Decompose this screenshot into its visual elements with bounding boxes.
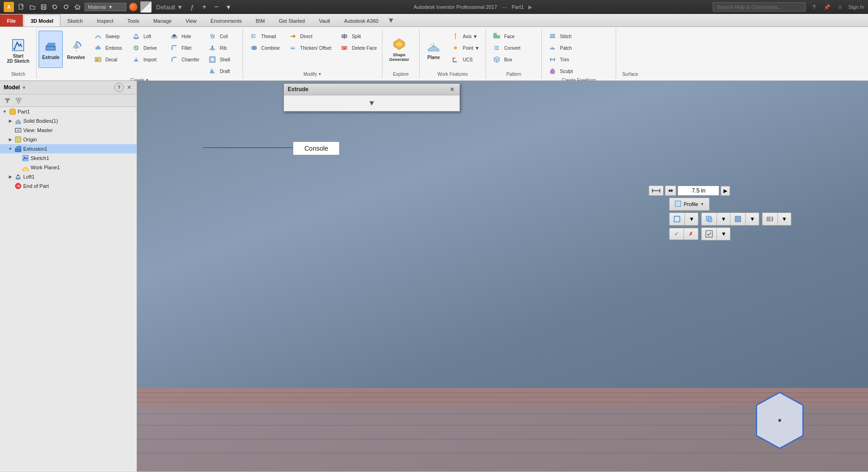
expand-solid[interactable]: ▶ [7,118,13,124]
combine-button[interactable]: Combine [245,42,283,53]
coil-button[interactable]: Coil [204,31,241,42]
save-button[interactable] [39,2,48,12]
tree-item-solid-bodies[interactable]: ▶ Solid Bodies(1) [0,116,137,126]
cancel-button[interactable]: ✗ [684,228,698,239]
new-button[interactable] [17,2,26,12]
shell-button[interactable]: Shell [204,54,241,65]
expand-loft1[interactable]: ▶ [7,174,13,179]
operation-dropdown[interactable]: ▼ [717,213,730,225]
shape-type-btn[interactable] [670,213,685,225]
tab-inspect[interactable]: Inspect [90,14,120,27]
box-button[interactable]: Box [488,54,525,65]
profile-button[interactable]: Profile ▼ [669,198,709,211]
emboss-button[interactable]: Emboss [89,42,126,53]
plus-button[interactable]: + [200,2,209,12]
tree-item-end-of-part[interactable]: ▶ End of Part [0,181,137,191]
ok-button[interactable]: ✓ [670,228,684,239]
fillet-button[interactable]: Fillet [165,42,203,53]
tab-bim[interactable]: BIM [249,14,272,27]
dialog-titlebar[interactable]: Extrude × [284,84,460,95]
delete-face-button[interactable]: Delete Face [335,42,380,53]
operation-btn[interactable] [702,213,717,225]
draft-button[interactable]: Draft [204,66,241,77]
open-button[interactable] [28,2,37,12]
plane-button[interactable]: Plane [421,31,446,68]
tab-vault[interactable]: Vault [312,14,337,27]
sidebar-close-button[interactable]: ✕ [125,84,133,91]
star-icon[interactable]: ☆ [835,2,845,12]
hole-button[interactable]: Hole [165,31,203,42]
tree-item-origin[interactable]: ▶ Origin [0,135,137,144]
viewport[interactable]: Extrude × ▼ Console [137,81,868,472]
patch-button[interactable]: Patch [544,42,581,53]
tab-environments[interactable]: Environments [204,14,249,27]
start-2d-sketch-button[interactable]: Start2D Sketch [4,32,33,69]
more-options-dropdown[interactable]: ▼ [717,228,730,240]
tab-get-started[interactable]: Get Started [272,14,312,27]
shape-generator-button[interactable]: ShapeGenerator [384,31,414,68]
redo-button[interactable] [61,2,71,12]
dim-mode-btn[interactable] [649,186,664,196]
more-button[interactable]: ▼ [224,2,233,12]
axis-button[interactable]: Axis ▼ [447,31,484,42]
expand-part1[interactable]: ▼ [2,109,7,114]
thread-button[interactable]: Thread [245,31,283,42]
tab-sketch[interactable]: Sketch [60,14,90,27]
sweep-button[interactable]: Sweep [89,31,126,42]
tab-3dmodel[interactable]: 3D Model [24,14,60,27]
tree-item-extrusion1[interactable]: ▼ Extrusion1 [0,144,137,153]
tree-item-loft1[interactable]: ▶ Loft1 [0,172,137,181]
settings-btn[interactable] [763,213,778,225]
tab-file[interactable]: File [0,14,23,27]
default-selector[interactable]: Default ▼ [154,4,185,11]
render-style-btn[interactable] [140,1,151,13]
tab-tools[interactable]: Tools [120,14,146,27]
filter-button[interactable] [3,96,12,105]
tree-item-sketch1[interactable]: ▶ Sketch1 [0,153,137,163]
model-dropdown-icon[interactable]: ▼ [22,85,26,90]
more-options-btn[interactable] [702,228,717,240]
color-swatch-1[interactable] [129,3,138,11]
expand-origin[interactable]: ▶ [7,137,13,142]
tab-manage[interactable]: Manage [146,14,179,27]
home-button[interactable] [72,2,82,12]
tab-autodesk-a360[interactable]: Autodesk A360 [337,14,385,27]
dim-direction-btn[interactable]: ⇔ [665,186,676,196]
split-button[interactable]: Split [335,31,380,42]
decal-button[interactable]: D Decal [89,54,126,65]
sidebar-help-button[interactable]: ? [114,83,124,92]
trim-button[interactable]: Trim [544,54,581,65]
formula-button[interactable]: ƒ [188,2,197,12]
tree-item-work-plane1[interactable]: ▶ Work Plane1 [0,163,137,172]
material-selector[interactable]: Material ▼ [85,3,126,11]
tab-view[interactable]: View [178,14,204,27]
stitch-button[interactable]: Stitch [544,31,581,42]
minus-button[interactable]: − [212,2,221,12]
dialog-close-button[interactable]: × [448,86,456,93]
shape-type-dropdown[interactable]: ▼ [685,213,698,225]
dim-next-btn[interactable]: ▶ [721,186,730,196]
loft-button[interactable]: Loft [127,31,164,42]
settings-dropdown[interactable]: ▼ [778,213,791,225]
expand-extrusion1[interactable]: ▼ [7,146,13,152]
search-input[interactable] [713,2,806,12]
undo-button[interactable] [50,2,59,12]
extrude-button[interactable]: Extrude [39,31,63,68]
ucs-button[interactable]: UCS [447,54,484,65]
sculpt-button[interactable]: Sculpt [544,66,581,77]
output-dropdown[interactable]: ▼ [746,213,759,225]
thicken-button[interactable]: Thicken/ Offset [284,42,335,53]
tree-item-view-master[interactable]: ▶ View: Master [0,126,137,135]
chamfer-button[interactable]: Chamfer [165,54,203,65]
convert-button[interactable]: Convert [488,42,525,53]
pin-icon[interactable]: 📌 [822,2,832,12]
tree-item-part1[interactable]: ▼ Part1 [0,107,137,116]
direct-button[interactable]: Direct [284,31,335,42]
modify-expand-icon[interactable]: ▼ [318,72,322,76]
output-btn[interactable] [730,213,746,225]
face-button[interactable]: Face [488,31,525,42]
help-icon[interactable]: ? [809,2,819,12]
point-button[interactable]: Point ▼ [447,42,484,53]
revolve-button[interactable]: Revolve [64,31,88,68]
import-button[interactable]: Import [127,54,164,65]
